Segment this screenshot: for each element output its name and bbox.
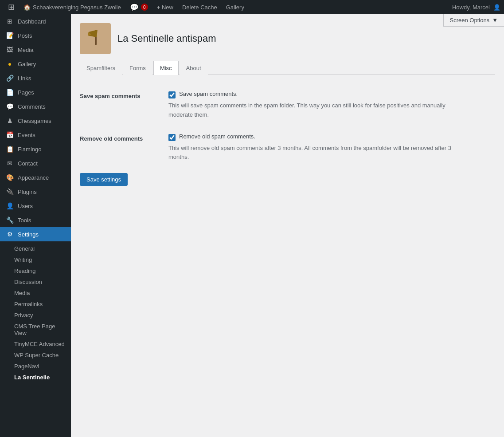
links-icon: 🔗 xyxy=(5,75,14,82)
screen-options-button[interactable]: Screen Options ▼ xyxy=(443,14,504,27)
sidebar-label-comments: Comments xyxy=(18,103,46,110)
contact-icon: ✉ xyxy=(5,160,14,167)
tab-misc[interactable]: Misc xyxy=(153,61,179,75)
sidebar-item-tools[interactable]: 🔧 Tools xyxy=(0,213,71,227)
sidebar-item-plugins[interactable]: 🔌 Plugins xyxy=(0,185,71,199)
screen-options-wrap: Screen Options ▼ xyxy=(443,14,504,27)
users-icon: 👤 xyxy=(5,202,14,209)
gallery-icon: ● xyxy=(5,60,14,67)
plugins-icon: 🔌 xyxy=(5,188,14,195)
chevron-down-icon: ▼ xyxy=(492,17,498,24)
screen-options-label: Screen Options xyxy=(450,17,490,24)
pages-icon: 📄 xyxy=(5,89,14,96)
sidebar-label-pages: Pages xyxy=(18,89,34,96)
sidebar-item-contact[interactable]: ✉ Contact xyxy=(0,156,71,170)
sidebar-label-plugins: Plugins xyxy=(18,189,37,195)
sidebar-item-media[interactable]: 🖼 Media xyxy=(0,43,71,57)
sidebar-label-settings: Settings xyxy=(18,231,39,238)
plugin-logo xyxy=(80,23,111,54)
settings-icon: ⚙ xyxy=(5,231,14,238)
tools-icon: 🔧 xyxy=(5,217,14,224)
plugin-tabs: Spamfilters Forms Misc About xyxy=(80,61,495,75)
remove-old-description: This will remove old spam comments after… xyxy=(168,144,470,162)
comments-icon: 💬 xyxy=(5,103,14,110)
sidebar-item-settings[interactable]: ⚙ Settings xyxy=(0,227,71,241)
site-name-text: Schaakvereniging Pegasus Zwolle xyxy=(33,4,121,11)
sidebar-label-events: Events xyxy=(18,132,35,138)
save-spam-row: Save spam comments Save spam comments. T… xyxy=(80,84,479,126)
remove-old-heading: Remove old comments xyxy=(80,126,168,169)
chessgames-icon: ♟ xyxy=(5,117,14,124)
sidebar-item-posts[interactable]: 📝 Posts xyxy=(0,28,71,43)
submenu-general[interactable]: General xyxy=(0,243,71,254)
submenu-pagenavi[interactable]: PageNavi xyxy=(0,361,71,372)
sidebar-label-flamingo: Flamingo xyxy=(18,146,41,153)
submenu-tinymce[interactable]: TinyMCE Advanced xyxy=(0,339,71,350)
wp-logo[interactable]: ⊞ xyxy=(4,0,19,14)
remove-old-cell: Remove old spam comments. This will remo… xyxy=(168,126,479,169)
plugin-logo-svg xyxy=(84,28,106,50)
sidebar-label-media: Media xyxy=(18,47,33,53)
sidebar-label-appearance: Appearance xyxy=(18,174,49,181)
sidebar-item-comments[interactable]: 💬 Comments xyxy=(0,99,71,114)
submenu-reading[interactable]: Reading xyxy=(0,265,71,276)
home-icon: 🏠 xyxy=(23,4,31,11)
tab-spamfilters[interactable]: Spamfilters xyxy=(80,61,122,75)
new-label: + New xyxy=(157,4,173,11)
submenu-privacy[interactable]: Privacy xyxy=(0,310,71,321)
submenu-la-sentinelle[interactable]: La Sentinelle xyxy=(0,372,71,383)
save-settings-button[interactable]: Save settings xyxy=(80,173,128,186)
comments-count: 0 xyxy=(141,4,148,11)
user-avatar-icon: 👤 xyxy=(493,4,500,11)
submit-wrap: Save settings xyxy=(80,169,495,186)
gallery-bar[interactable]: Gallery xyxy=(222,0,249,14)
plugin-title: La Sentinelle antispam xyxy=(117,33,216,44)
sidebar-label-dashboard: Dashboard xyxy=(18,18,46,25)
comments-bar[interactable]: 💬 0 xyxy=(125,0,152,14)
sidebar-item-appearance[interactable]: 🎨 Appearance xyxy=(0,170,71,185)
save-spam-description: This will save spam comments in the spam… xyxy=(168,101,470,120)
submenu-permalinks[interactable]: Permalinks xyxy=(0,299,71,310)
sidebar-item-gallery[interactable]: ● Gallery xyxy=(0,57,71,71)
save-spam-cell: Save spam comments. This will save spam … xyxy=(168,84,479,126)
sidebar-label-links: Links xyxy=(18,75,31,82)
sidebar-item-dashboard[interactable]: ⊞ Dashboard xyxy=(0,14,71,28)
admin-sidebar: ⊞ Dashboard 📝 Posts 🖼 Media ● Gallery 🔗 … xyxy=(0,14,71,437)
sidebar-label-gallery: Gallery xyxy=(18,61,36,67)
sidebar-item-links[interactable]: 🔗 Links xyxy=(0,71,71,85)
sidebar-label-users: Users xyxy=(18,203,33,209)
sidebar-item-users[interactable]: 👤 Users xyxy=(0,199,71,213)
delete-cache-label: Delete Cache xyxy=(182,4,217,11)
sidebar-item-pages[interactable]: 📄 Pages xyxy=(0,85,71,99)
tab-about[interactable]: About xyxy=(180,61,208,75)
sidebar-label-chessgames: Chessgames xyxy=(18,118,51,124)
main-content: La Sentinelle antispam Spamfilters Forms… xyxy=(71,14,504,437)
sidebar-item-chessgames[interactable]: ♟ Chessgames xyxy=(0,114,71,128)
submenu-writing[interactable]: Writing xyxy=(0,254,71,265)
comment-icon: 💬 xyxy=(130,3,139,12)
user-info: Howdy, Marcel 👤 xyxy=(452,4,500,11)
save-spam-checkbox[interactable] xyxy=(168,91,176,98)
remove-old-checkbox[interactable] xyxy=(168,134,176,141)
sidebar-label-posts: Posts xyxy=(18,32,32,39)
settings-submenu: General Writing Reading Discussion Media… xyxy=(0,241,71,385)
submenu-discussion[interactable]: Discussion xyxy=(0,276,71,287)
flamingo-icon: 📋 xyxy=(5,146,14,153)
save-spam-label[interactable]: Save spam comments. xyxy=(168,91,470,98)
submenu-wp-super-cache[interactable]: WP Super Cache xyxy=(0,350,71,361)
delete-cache-bar[interactable]: Delete Cache xyxy=(178,0,222,14)
settings-table: Save spam comments Save spam comments. T… xyxy=(80,84,479,169)
new-content-bar[interactable]: + New xyxy=(152,0,178,14)
sidebar-item-flamingo[interactable]: 📋 Flamingo xyxy=(0,142,71,156)
submenu-media[interactable]: Media xyxy=(0,287,71,299)
site-name-bar[interactable]: 🏠 Schaakvereniging Pegasus Zwolle xyxy=(19,0,125,14)
appearance-icon: 🎨 xyxy=(5,174,14,181)
sidebar-label-tools: Tools xyxy=(18,217,31,224)
remove-old-label[interactable]: Remove old spam comments. xyxy=(168,133,470,141)
tab-forms[interactable]: Forms xyxy=(123,61,152,75)
submenu-cms-tree[interactable]: CMS Tree Page View xyxy=(0,321,71,339)
save-spam-heading: Save spam comments xyxy=(80,84,168,126)
wp-logo-icon: ⊞ xyxy=(8,2,15,12)
sidebar-item-events[interactable]: 📅 Events xyxy=(0,128,71,142)
dashboard-icon: ⊞ xyxy=(5,18,14,25)
